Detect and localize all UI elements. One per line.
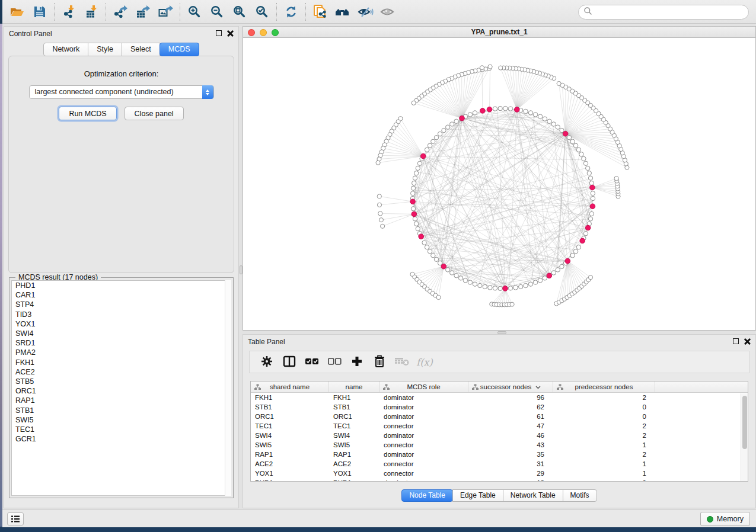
- graph-node[interactable]: [573, 249, 578, 254]
- window-close-icon[interactable]: [248, 29, 255, 36]
- graph-node[interactable]: [560, 264, 564, 268]
- graph-node[interactable]: [454, 119, 458, 123]
- graph-node[interactable]: [533, 113, 537, 117]
- mcds-result-item[interactable]: STB5: [12, 377, 231, 386]
- graph-leaf-node[interactable]: [412, 101, 416, 105]
- graph-hub-node[interactable]: [441, 264, 446, 269]
- close-table-panel-icon[interactable]: [744, 338, 751, 344]
- graph-node[interactable]: [438, 132, 442, 136]
- graph-hub-node[interactable]: [547, 273, 552, 278]
- table-row[interactable]: ORC1ORC1dominator610: [251, 412, 748, 421]
- mcds-result-item[interactable]: RAP1: [12, 396, 231, 405]
- graph-node[interactable]: [583, 232, 588, 236]
- graph-leaf-node[interactable]: [614, 177, 618, 181]
- graph-node[interactable]: [524, 283, 528, 287]
- graph-node[interactable]: [591, 196, 595, 200]
- graph-node[interactable]: [589, 181, 594, 185]
- graph-node[interactable]: [570, 139, 575, 143]
- table-settings-button[interactable]: [256, 353, 278, 371]
- import-network-button[interactable]: [58, 2, 80, 22]
- table-scrollbar-thumb[interactable]: [742, 396, 747, 449]
- graph-node[interactable]: [576, 245, 580, 249]
- task-history-button[interactable]: [7, 512, 24, 525]
- graph-node[interactable]: [425, 148, 429, 152]
- save-session-button[interactable]: [28, 2, 51, 22]
- graph-leaf-node[interactable]: [379, 218, 383, 222]
- delete-column-button[interactable]: [368, 353, 391, 371]
- vertical-splitter-handle[interactable]: [240, 265, 243, 274]
- graph-leaf-node[interactable]: [557, 81, 561, 85]
- graph-hub-node[interactable]: [410, 199, 416, 204]
- table-row[interactable]: FKH1FKH1dominator962: [251, 393, 748, 402]
- create-column-button[interactable]: [346, 353, 368, 371]
- graph-node[interactable]: [411, 186, 415, 190]
- horizontal-splitter-handle[interactable]: [497, 331, 506, 334]
- graph-node[interactable]: [412, 181, 416, 185]
- mcds-result-item[interactable]: FKH1: [12, 358, 231, 367]
- graph-node[interactable]: [478, 283, 482, 287]
- graph-node[interactable]: [583, 161, 588, 165]
- graph-node[interactable]: [411, 207, 415, 211]
- tab-motifs[interactable]: Motifs: [563, 489, 597, 502]
- graph-node[interactable]: [524, 109, 528, 113]
- table-row[interactable]: SWI5SWI5connector431: [251, 440, 748, 450]
- graph-node[interactable]: [543, 117, 547, 121]
- mcds-result-item[interactable]: TEC1: [12, 425, 231, 434]
- graph-node[interactable]: [450, 271, 454, 275]
- close-panel-icon[interactable]: [227, 30, 234, 36]
- graph-node[interactable]: [411, 191, 415, 196]
- export-image-button[interactable]: [154, 2, 177, 22]
- table-row[interactable]: STB1STB1dominator620: [251, 402, 748, 412]
- graph-node[interactable]: [416, 226, 420, 230]
- mcds-result-item[interactable]: CAR1: [12, 290, 231, 300]
- run-mcds-button[interactable]: Run MCDS: [59, 107, 116, 120]
- graph-leaf-node[interactable]: [488, 65, 492, 69]
- graph-node[interactable]: [538, 114, 542, 118]
- apply-layout-button[interactable]: [280, 2, 302, 22]
- optimization-criterion-select[interactable]: largest connected component (undirected): [29, 85, 214, 99]
- mcds-result-item[interactable]: ORC1: [12, 386, 231, 396]
- close-panel-button[interactable]: Close panel: [125, 107, 184, 120]
- window-maximize-icon[interactable]: [272, 29, 279, 36]
- zoom-in-button[interactable]: [183, 2, 206, 22]
- export-network-button[interactable]: [109, 2, 132, 22]
- graph-node[interactable]: [551, 271, 556, 275]
- table-row[interactable]: ACE2ACE2connector311: [251, 459, 748, 469]
- search-box[interactable]: [578, 5, 749, 20]
- graph-node[interactable]: [431, 139, 435, 143]
- graph-node[interactable]: [570, 254, 575, 258]
- import-table-button[interactable]: [80, 2, 103, 22]
- column-header-successor-nodes[interactable]: successor nodes: [468, 382, 553, 392]
- graph-node[interactable]: [473, 111, 477, 115]
- mcds-result-item[interactable]: PHD1: [12, 281, 231, 290]
- graph-node[interactable]: [567, 136, 571, 140]
- graph-leaf-node[interactable]: [378, 211, 382, 216]
- mcds-result-item[interactable]: STB1: [12, 406, 231, 415]
- graph-node[interactable]: [434, 257, 438, 261]
- graph-leaf-node[interactable]: [381, 224, 385, 228]
- graph-hub-node[interactable]: [590, 204, 595, 209]
- graph-node[interactable]: [446, 125, 450, 129]
- tab-select[interactable]: Select: [122, 43, 160, 56]
- mcds-result-item[interactable]: SWI5: [12, 415, 231, 425]
- table-scrollbar[interactable]: [741, 393, 748, 481]
- zoom-selected-button[interactable]: [251, 2, 273, 22]
- graph-node[interactable]: [591, 191, 595, 196]
- graph-hub-node[interactable]: [412, 211, 417, 217]
- mcds-result-item[interactable]: SRD1: [12, 338, 231, 348]
- zoom-fit-button[interactable]: [228, 2, 251, 22]
- graph-leaf-node[interactable]: [377, 194, 381, 198]
- graph-node[interactable]: [576, 148, 580, 152]
- graph-node[interactable]: [586, 166, 590, 170]
- graph-hub-node[interactable]: [503, 286, 508, 291]
- mcds-result-item[interactable]: TID3: [12, 310, 231, 319]
- graph-node[interactable]: [513, 286, 518, 290]
- search-input[interactable]: [592, 5, 748, 19]
- graph-node[interactable]: [428, 249, 432, 254]
- graph-node[interactable]: [483, 284, 487, 289]
- mcds-result-item[interactable]: STP4: [12, 300, 231, 309]
- table-row[interactable]: TEC1TEC1connector472: [251, 421, 748, 431]
- graph-hub-node[interactable]: [487, 107, 492, 112]
- graph-node[interactable]: [556, 125, 560, 129]
- graph-leaf-node[interactable]: [376, 161, 380, 165]
